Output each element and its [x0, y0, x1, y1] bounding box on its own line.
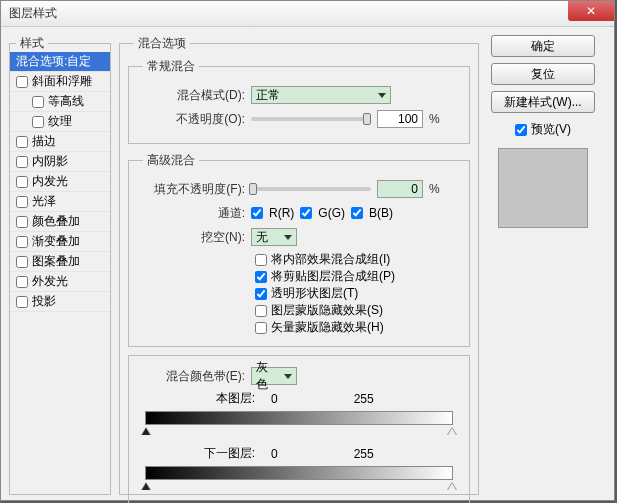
style-item-6[interactable]: 内发光 [10, 172, 110, 192]
adv-opt-row: 透明形状图层(T) [255, 285, 461, 302]
close-button[interactable]: ✕ [568, 1, 614, 21]
style-item-12[interactable]: 投影 [10, 292, 110, 312]
style-item-7[interactable]: 光泽 [10, 192, 110, 212]
window-title: 图层样式 [9, 5, 57, 22]
style-checkbox[interactable] [16, 276, 28, 288]
general-legend: 常规混合 [143, 58, 199, 75]
this-layer-label: 本图层: [145, 390, 255, 407]
adv-opt-checkbox-1[interactable] [255, 271, 267, 283]
style-item-label: 纹理 [48, 113, 72, 130]
knockout-label: 挖空(N): [137, 229, 245, 246]
style-item-3[interactable]: 纹理 [10, 112, 110, 132]
style-item-label: 斜面和浮雕 [32, 73, 92, 90]
style-checkbox[interactable] [16, 256, 28, 268]
slider-handle-icon[interactable] [447, 427, 457, 435]
style-item-label: 混合选项:自定 [16, 53, 91, 70]
style-item-label: 图案叠加 [32, 253, 80, 270]
new-style-button[interactable]: 新建样式(W)... [491, 91, 595, 113]
channel-r-label: R(R) [269, 206, 294, 220]
chevron-down-icon [378, 93, 386, 98]
style-item-label: 等高线 [48, 93, 84, 110]
slider-handle-icon[interactable] [447, 482, 457, 490]
style-item-0[interactable]: 混合选项:自定 [10, 52, 110, 72]
style-checkbox[interactable] [16, 176, 28, 188]
style-checkbox[interactable] [16, 216, 28, 228]
knockout-value: 无 [256, 229, 268, 246]
next-layer-band[interactable] [145, 466, 453, 484]
slider-handle-icon[interactable] [141, 482, 151, 490]
advanced-blend-group: 高级混合 填充不透明度(F): 0 % 通道: R(R) G(G) B(B) [128, 152, 470, 347]
general-blend-group: 常规混合 混合模式(D): 正常 不透明度(O): 100 % [128, 58, 470, 144]
fill-pct: % [429, 182, 440, 196]
advanced-legend: 高级混合 [143, 152, 199, 169]
style-item-label: 内阴影 [32, 153, 68, 170]
style-item-1[interactable]: 斜面和浮雕 [10, 72, 110, 92]
style-checkbox[interactable] [16, 296, 28, 308]
style-item-9[interactable]: 渐变叠加 [10, 232, 110, 252]
style-checkbox[interactable] [16, 236, 28, 248]
channel-g-label: G(G) [318, 206, 345, 220]
preview-checkbox[interactable] [515, 124, 527, 136]
style-item-label: 光泽 [32, 193, 56, 210]
style-item-4[interactable]: 描边 [10, 132, 110, 152]
knockout-select[interactable]: 无 [251, 228, 297, 246]
adv-opt-row: 矢量蒙版隐藏效果(H) [255, 319, 461, 336]
fill-opacity-label: 填充不透明度(F): [137, 181, 245, 198]
titlebar: 图层样式 ✕ [1, 1, 614, 27]
opacity-value[interactable]: 100 [377, 110, 423, 128]
style-item-10[interactable]: 图案叠加 [10, 252, 110, 272]
blend-options-group: 混合选项 常规混合 混合模式(D): 正常 不透明度(O): 100 [119, 35, 479, 495]
adv-opt-checkbox-3[interactable] [255, 305, 267, 317]
adv-opt-label: 将内部效果混合成组(I) [271, 251, 390, 268]
chevron-down-icon [284, 374, 292, 379]
style-item-label: 内发光 [32, 173, 68, 190]
channel-g-checkbox[interactable] [300, 207, 312, 219]
style-item-8[interactable]: 颜色叠加 [10, 212, 110, 232]
blend-mode-select[interactable]: 正常 [251, 86, 391, 104]
close-icon: ✕ [586, 4, 596, 18]
adv-opt-checkbox-2[interactable] [255, 288, 267, 300]
slider-handle-icon[interactable] [141, 427, 151, 435]
channel-r-checkbox[interactable] [251, 207, 263, 219]
adv-opt-label: 图层蒙版隐藏效果(S) [271, 302, 383, 319]
channel-b-label: B(B) [369, 206, 393, 220]
adv-opt-checkbox-4[interactable] [255, 322, 267, 334]
fill-opacity-value[interactable]: 0 [377, 180, 423, 198]
ok-button[interactable]: 确定 [491, 35, 595, 57]
style-item-11[interactable]: 外发光 [10, 272, 110, 292]
style-checkbox[interactable] [16, 196, 28, 208]
this-layer-band[interactable] [145, 411, 453, 429]
blendif-label: 混合颜色带(E): [137, 368, 245, 385]
style-item-5[interactable]: 内阴影 [10, 152, 110, 172]
preview-swatch [498, 148, 588, 228]
blendif-value: 灰色 [256, 359, 278, 393]
chevron-down-icon [284, 235, 292, 240]
adv-opt-row: 将内部效果混合成组(I) [255, 251, 461, 268]
adv-opt-checkbox-0[interactable] [255, 254, 267, 266]
channel-b-checkbox[interactable] [351, 207, 363, 219]
adv-opt-row: 图层蒙版隐藏效果(S) [255, 302, 461, 319]
style-checkbox[interactable] [16, 156, 28, 168]
adv-opt-label: 透明形状图层(T) [271, 285, 358, 302]
blend-mode-value: 正常 [256, 87, 280, 104]
style-item-label: 颜色叠加 [32, 213, 80, 230]
styles-panel: 样式 混合选项:自定斜面和浮雕等高线纹理描边内阴影内发光光泽颜色叠加渐变叠加图案… [9, 35, 111, 495]
blend-options-legend: 混合选项 [134, 35, 190, 52]
opacity-slider[interactable] [251, 117, 371, 121]
this-lo: 0 [271, 392, 278, 406]
next-layer-label: 下一图层: [145, 445, 255, 462]
style-checkbox[interactable] [32, 116, 44, 128]
opacity-pct: % [429, 112, 440, 126]
layer-style-dialog: 图层样式 ✕ 样式 混合选项:自定斜面和浮雕等高线纹理描边内阴影内发光光泽颜色叠… [0, 0, 615, 501]
blend-if-group: 混合颜色带(E): 灰色 本图层: 0 255 [128, 355, 470, 503]
blendif-select[interactable]: 灰色 [251, 367, 297, 385]
style-item-label: 外发光 [32, 273, 68, 290]
style-checkbox[interactable] [32, 96, 44, 108]
fill-opacity-slider[interactable] [251, 187, 371, 191]
style-item-2[interactable]: 等高线 [10, 92, 110, 112]
styles-legend: 样式 [16, 35, 48, 52]
style-checkbox[interactable] [16, 136, 28, 148]
reset-button[interactable]: 复位 [491, 63, 595, 85]
next-lo: 0 [271, 447, 278, 461]
style-checkbox[interactable] [16, 76, 28, 88]
